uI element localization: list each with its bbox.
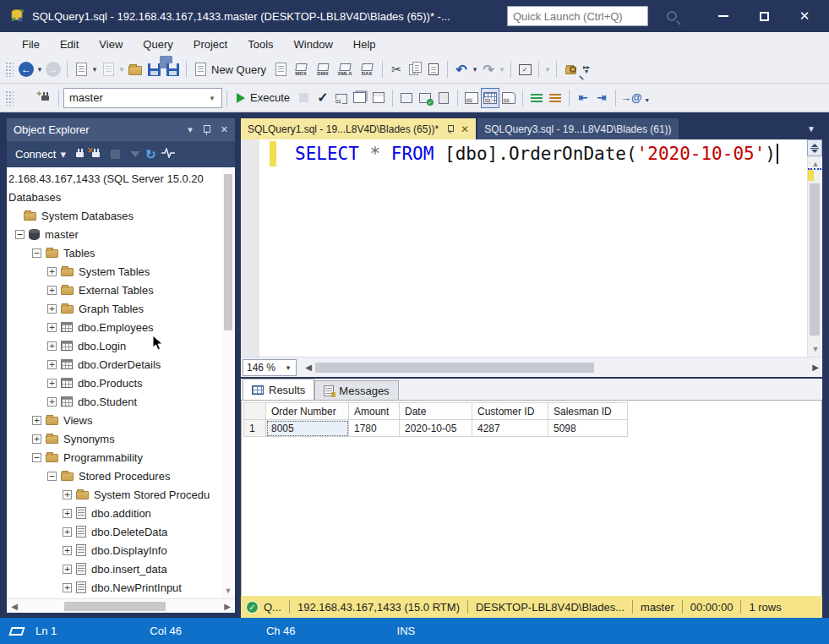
paste-button[interactable] [424, 59, 443, 79]
add-item-dropdown[interactable]: ▾ [117, 65, 126, 74]
cut-button[interactable]: ✂ [387, 59, 406, 79]
expand-expander[interactable]: + [47, 379, 57, 388]
menu-view[interactable]: View [89, 32, 133, 56]
uncomment-button[interactable] [546, 88, 564, 108]
tree-item-dbo-orderdetails[interactable]: +dbo.OrderDetails [7, 355, 221, 374]
tree-item-external-tables[interactable]: +External Tables [7, 281, 221, 299]
tree-item-views[interactable]: +Views [7, 411, 221, 429]
tree-item-dbo-insert-data[interactable]: +dbo.insert_data [7, 559, 221, 578]
column-header-amount[interactable]: Amount [349, 403, 400, 420]
toolbar-grip[interactable] [5, 62, 14, 77]
undo-button[interactable]: ↶ [452, 59, 471, 79]
editor-scroll-down-arrow[interactable]: ▼ [808, 345, 823, 353]
redo-dropdown[interactable]: ▾ [498, 65, 506, 74]
tree-item-programmability[interactable]: −Programmability [7, 448, 221, 467]
results-to-grid-button[interactable] [481, 88, 499, 108]
toolbar2-overflow-button[interactable]: ▾ [646, 94, 649, 102]
new-query-dropdown[interactable]: ▾ [90, 65, 99, 74]
dmx-query-button[interactable]: DMX [312, 59, 334, 79]
editor-horizontal-scrollbar[interactable]: ◀ ▶ [302, 357, 822, 377]
expand-expander[interactable]: + [47, 341, 57, 351]
activity-monitor-icon[interactable] [161, 148, 175, 161]
tree-item-tables[interactable]: −Tables [7, 243, 221, 262]
expand-expander[interactable]: + [63, 583, 72, 592]
toolbar-dropdown[interactable]: ▾ [543, 65, 552, 74]
editor-scrollbar-thumb[interactable] [810, 183, 820, 336]
cell-salesman-id[interactable]: 5098 [548, 420, 628, 437]
expand-expander[interactable]: + [47, 304, 57, 314]
pin-icon[interactable] [203, 125, 210, 135]
tree-item-databases[interactable]: Databases [7, 188, 221, 206]
find-in-files-button[interactable] [561, 59, 580, 79]
tree-item-dbo-login[interactable]: +dbo.Login [7, 336, 221, 355]
expand-expander[interactable]: + [63, 490, 72, 499]
connect-plug-icon[interactable] [74, 149, 85, 160]
menu-project[interactable]: Project [183, 32, 237, 56]
navigate-back-dropdown[interactable]: ▾ [35, 65, 44, 74]
connect-button[interactable]: Connect ▾ [12, 148, 69, 161]
grid-corner-cell[interactable] [244, 403, 266, 420]
database-engine-query-button[interactable] [271, 59, 290, 79]
quick-launch-input[interactable] [508, 10, 667, 23]
template-params-button[interactable] [397, 88, 416, 108]
open-file-button[interactable] [126, 59, 145, 79]
actual-plan-button[interactable]: ✓ [416, 88, 434, 108]
tree-item-dbo-addition[interactable]: +dbo.addition [7, 504, 221, 522]
column-header-salesman-id[interactable]: Salesman ID [548, 403, 628, 420]
editor-vertical-scrollbar[interactable]: ▲ ▼ [807, 139, 822, 357]
expand-expander[interactable]: + [47, 360, 57, 369]
xmla-query-button[interactable]: XMLA [334, 59, 356, 79]
expand-expander[interactable]: + [47, 286, 57, 295]
expand-expander[interactable]: + [63, 546, 72, 555]
save-all-button[interactable] [163, 59, 182, 79]
tab-messages[interactable]: Messages [314, 380, 398, 400]
quick-launch-box[interactable] [507, 6, 648, 26]
maximize-button[interactable] [755, 7, 773, 25]
scroll-left-arrow[interactable]: ◀ [7, 602, 22, 611]
tree-item-system-stored-procedures[interactable]: +System Stored Procedu [7, 485, 221, 504]
cell-customer-id[interactable]: 4287 [472, 420, 548, 437]
expand-expander[interactable]: + [63, 509, 72, 518]
results-to-file-button[interactable] [499, 88, 518, 108]
tree-horizontal-scrollbar[interactable]: ◀ ▶ [7, 598, 235, 613]
expand-expander[interactable]: + [63, 565, 72, 574]
activity-monitor-button[interactable]: ✓ [515, 59, 534, 79]
column-header-date[interactable]: Date [400, 403, 472, 420]
cell-order-number[interactable]: 8005 [266, 420, 349, 437]
tree-scrollbar-thumb[interactable] [224, 174, 232, 330]
minimize-button[interactable] [714, 7, 733, 25]
menu-window[interactable]: Window [284, 32, 343, 56]
estimated-plan-button[interactable] [332, 88, 351, 108]
comment-button[interactable] [527, 88, 546, 108]
collapse-expander[interactable]: − [15, 230, 25, 239]
tab-sqlquery3[interactable]: SQLQuery3.sql - 19...L8V4D\Blades (61)) [477, 118, 678, 139]
toolbar-grip-2[interactable] [5, 90, 14, 106]
cell-date[interactable]: 2020-10-05 [400, 420, 472, 437]
tab-close-icon[interactable]: ✕ [461, 123, 469, 135]
expand-expander[interactable]: + [47, 323, 57, 332]
results-to-text-button[interactable] [462, 88, 481, 108]
tree-item-dbo-student[interactable]: +dbo.Student [7, 392, 221, 411]
tab-sqlquery1[interactable]: SQLQuery1.sql - 19...L8V4D\Blades (65))*… [241, 118, 476, 139]
tree-item-dbo-displayinfo[interactable]: +dbo.DisplayInfo [7, 541, 221, 559]
editor-scroll-up-arrow[interactable]: ▲ [808, 160, 823, 168]
tree-item-master[interactable]: −master [7, 225, 221, 243]
stop-icon[interactable] [106, 145, 125, 165]
mdx-query-button[interactable]: MDX [290, 59, 312, 79]
code-line-1[interactable]: SELECT * FROM [dbo].OrderOnDate('2020-10… [295, 141, 778, 166]
toolbar-overflow-button[interactable]: ▸▸▾ [583, 65, 590, 74]
tree-vertical-scrollbar[interactable]: ▼ [221, 167, 235, 598]
tree-item-dbo-newprintinput[interactable]: +dbo.NewPrintInput [7, 578, 221, 597]
tree-item-server[interactable]: 2.168.43.167,1433 (SQL Server 15.0.20 [7, 169, 221, 188]
specify-values-button[interactable]: →@ [620, 88, 642, 108]
tab-list-chevron[interactable]: ▼ [807, 118, 822, 139]
expand-expander[interactable]: + [32, 416, 41, 425]
tree-item-graph-tables[interactable]: +Graph Tables [7, 299, 221, 318]
increase-indent-button[interactable]: ⇥ [592, 88, 611, 108]
tree-item-stored-procedures[interactable]: −Stored Procedures [7, 467, 221, 485]
menu-help[interactable]: Help [343, 32, 386, 56]
live-stats-button[interactable] [434, 88, 453, 108]
tree-hscrollbar-thumb[interactable] [64, 602, 166, 611]
undo-dropdown[interactable]: ▾ [471, 65, 479, 74]
collapse-expander[interactable]: − [32, 453, 41, 462]
